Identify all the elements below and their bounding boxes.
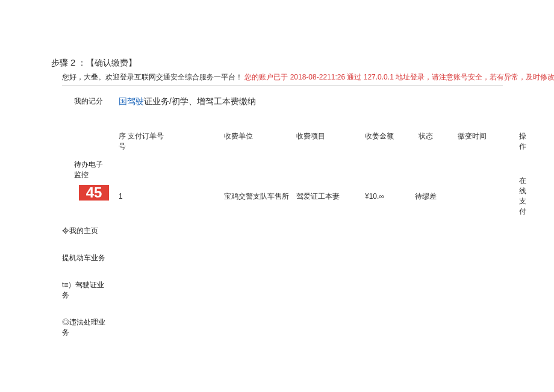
th-amount: 收姜金额 <box>356 131 405 152</box>
th-item: 收费项目 <box>296 131 356 152</box>
content-wrap: 我的记分 待办电子监控 45 令我的主页 提机动车业务 t≡）驾驶证业务 ◎违法… <box>51 86 503 355</box>
page-container: 步骤 2 ：【确认缴费】 您好，大叠。欢迎登录互联网交通安全综合服务一平台！ 您… <box>0 0 554 355</box>
table-header-row: 序号 支付订单号 收费单位 收费项目 收姜金额 状态 徼变时间 操作 <box>119 131 526 176</box>
step-number: 2 <box>70 57 75 67</box>
sidebar-item-home[interactable]: 令我的主页 <box>62 226 109 236</box>
td-amount: ¥10.∞ <box>356 192 405 201</box>
security-alert: 您的账户已于 2018-08-2211:26 通过 127.0.0.1 地址登录… <box>244 73 554 81</box>
breadcrumb-root[interactable]: 国驾驶 <box>119 96 144 106</box>
table-row: 1 宝鸡交警支队车售所 驾爱证工本妻 ¥10.∞ 待缪差 在线支付 <box>119 176 526 217</box>
step-title: 步骤 2 ：【确认缴费】 <box>51 57 503 69</box>
amount-value: ¥10.∞ <box>365 192 384 201</box>
welcome-greeting: 您好，大叠。欢迎登录互联网交通安全综合服务一平台！ <box>62 73 243 81</box>
main-content: 国驾驶证业务/初学、增驾工本费缴纳 序号 支付订单号 收费单位 收费项目 收姜金… <box>111 96 526 355</box>
th-idx: 序号 <box>119 131 128 152</box>
td-status: 待缪差 <box>405 191 447 202</box>
th-action: 操作 <box>519 131 526 152</box>
td-idx: 1 <box>119 192 128 201</box>
th-time: 徼变时间 <box>447 131 519 152</box>
th-status: 状态 <box>405 131 447 152</box>
td-action: 在线支付 <box>519 176 526 217</box>
sidebar-item-license[interactable]: t≡）驾驶证业务 <box>62 280 109 300</box>
fee-table: 序号 支付订单号 收费单位 收费项目 收姜金额 状态 徼变时间 操作 1 宝鸡交… <box>119 131 526 217</box>
td-unit: 宝鸡交警支队车售所 <box>224 191 296 202</box>
step-prefix: 步骤 <box>51 58 68 67</box>
sidebar-pending-label[interactable]: 待办电子监控 <box>62 160 109 180</box>
pending-count-badge: 45 <box>79 185 109 201</box>
breadcrumb-rest: 证业务/初学、增驾工本费缴纳 <box>144 96 256 106</box>
step-label: ：【确认缴费】 <box>78 58 137 67</box>
pay-online-link[interactable]: 在线支付 <box>519 176 526 216</box>
sidebar-item-vehicle[interactable]: 提机动车业务 <box>62 253 109 263</box>
td-item: 驾爱证工本妻 <box>296 191 356 202</box>
th-orderno: 支付订单号 <box>128 131 224 152</box>
sidebar: 我的记分 待办电子监控 45 令我的主页 提机动车业务 t≡）驾驶证业务 ◎违法… <box>51 96 111 355</box>
th-unit: 收费单位 <box>224 131 296 152</box>
breadcrumb: 国驾驶证业务/初学、增驾工本费缴纳 <box>119 96 526 107</box>
sidebar-item-violation[interactable]: ◎违法处理业务 <box>62 317 109 338</box>
sidebar-my-points[interactable]: 我的记分 <box>62 96 109 107</box>
welcome-row: 您好，大叠。欢迎登录互联网交通安全综合服务一平台！ 您的账户已于 2018-08… <box>51 72 503 82</box>
